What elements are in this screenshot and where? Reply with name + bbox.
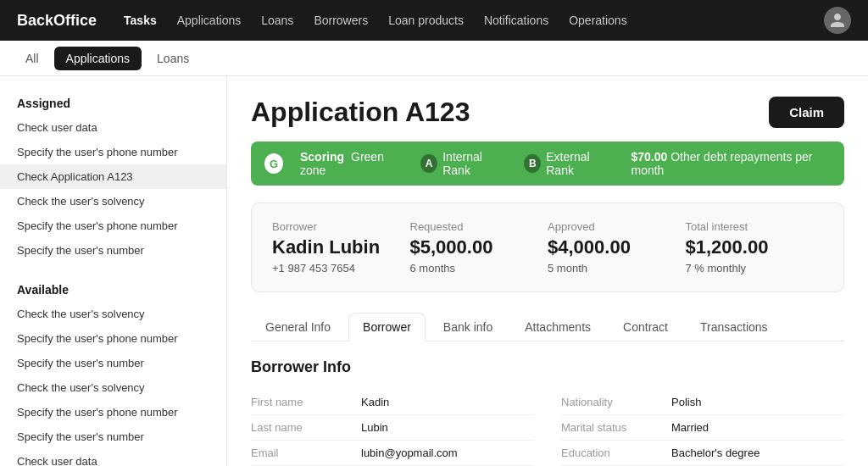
requested-card: Requested $5,000.00 6 months xyxy=(410,220,548,275)
nav-loans[interactable]: Loans xyxy=(261,10,293,31)
sidebar-avail-phone-1[interactable]: Specify the user's phone number xyxy=(0,326,226,351)
nav-applications[interactable]: Applications xyxy=(177,10,242,31)
borrower-right-col: Nationality Polish Marital status Marrie… xyxy=(561,390,844,466)
internal-rank-label: Internal Rank xyxy=(442,150,507,177)
borrower-card: Borrower Kadin Lubin +1 987 453 7654 xyxy=(272,220,410,275)
marital-status-label: Marital status xyxy=(561,421,671,434)
requested-label: Requested xyxy=(410,220,548,233)
nav-borrowers[interactable]: Borrowers xyxy=(314,10,368,31)
borrower-left-col: First name Kadin Last name Lubin Email l… xyxy=(251,390,534,466)
nationality-row: Nationality Polish xyxy=(561,390,844,415)
email-row: Email lubin@yopmail.com xyxy=(251,441,534,466)
tab-bank-info[interactable]: Bank info xyxy=(429,313,507,341)
education-label: Education xyxy=(561,447,671,459)
content-header: Application A123 Claim xyxy=(251,97,844,128)
sidebar-item-specify-phone-2[interactable]: Specify the user's phone number xyxy=(0,214,226,238)
content-tabs: General Info Borrower Bank info Attachme… xyxy=(251,313,844,341)
sidebar-item-specify-phone-1[interactable]: Specify the user's phone number xyxy=(0,140,226,164)
avatar[interactable] xyxy=(824,7,851,34)
sidebar-avail-phone-2[interactable]: Specify the user's phone number xyxy=(0,400,226,424)
subtab-all[interactable]: All xyxy=(14,47,51,70)
marital-status-value: Married xyxy=(671,421,844,434)
page-title: Application A123 xyxy=(251,97,470,128)
sidebar-item-check-app-a123[interactable]: Check Application A123 xyxy=(0,164,226,189)
nav-loan-products[interactable]: Loan products xyxy=(388,10,464,31)
sidebar-item-check-user-data[interactable]: Check user data xyxy=(0,115,226,140)
total-interest-sub: 7 % monthly xyxy=(686,262,824,275)
education-value: Bachelor's degree xyxy=(671,447,844,459)
borrower-card-label: Borrower xyxy=(272,220,410,233)
tab-attachments[interactable]: Attachments xyxy=(510,313,605,341)
sidebar-item-check-solvency-1[interactable]: Check the user's solvency xyxy=(0,189,226,214)
logo: BackOffice xyxy=(17,12,97,30)
borrower-name: Kadin Lubin xyxy=(272,236,410,258)
claim-button[interactable]: Claim xyxy=(769,97,844,128)
sidebar-avail-number-2[interactable]: Specify the user's number xyxy=(0,424,226,449)
nav-notifications[interactable]: Notifications xyxy=(484,10,548,31)
borrower-phone: +1 987 453 7654 xyxy=(272,262,410,275)
sub-tabs: All Applications Loans xyxy=(0,41,868,76)
subtab-loans[interactable]: Loans xyxy=(145,47,201,70)
sidebar-avail-number-1[interactable]: Specify the user's number xyxy=(0,351,226,375)
external-rank-group: B External Rank xyxy=(524,150,614,177)
sidebar: Assigned Check user data Specify the use… xyxy=(0,76,227,466)
info-cards: Borrower Kadin Lubin +1 987 453 7654 Req… xyxy=(251,202,844,292)
last-name-label: Last name xyxy=(251,421,361,434)
first-name-row: First name Kadin xyxy=(251,390,534,415)
marital-status-row: Marital status Married xyxy=(561,415,844,441)
sidebar-avail-solvency-1[interactable]: Check the user's solvency xyxy=(0,302,226,326)
approved-card: Approved $4,000.00 5 month xyxy=(548,220,686,275)
sidebar-avail-solvency-2[interactable]: Check the user's solvency xyxy=(0,375,226,400)
external-rank-badge: B xyxy=(524,154,541,173)
nav-tasks[interactable]: Tasks xyxy=(124,10,157,31)
first-name-label: First name xyxy=(251,396,361,408)
borrower-info-title: Borrower Info xyxy=(251,358,844,376)
tab-contract[interactable]: Contract xyxy=(609,313,682,341)
approved-label: Approved xyxy=(548,220,686,233)
total-interest-card: Total interest $1,200.00 7 % monthly xyxy=(686,220,824,275)
scoring-label: Scoring Green zone xyxy=(300,150,403,177)
approved-sub: 5 month xyxy=(548,262,686,275)
email-label: Email xyxy=(251,447,361,459)
sidebar-item-specify-number-1[interactable]: Specify the user's number xyxy=(0,238,226,263)
approved-value: $4,000.00 xyxy=(548,236,686,258)
education-row: Education Bachelor's degree xyxy=(561,441,844,466)
assigned-section-title: Assigned xyxy=(0,90,226,115)
sidebar-avail-check-user[interactable]: Check user data xyxy=(0,449,226,466)
last-name-value: Lubin xyxy=(361,421,534,434)
tab-borrower[interactable]: Borrower xyxy=(348,313,426,341)
top-nav: BackOffice Tasks Applications Loans Borr… xyxy=(0,0,868,41)
total-interest-label: Total interest xyxy=(686,220,824,233)
content-area: Application A123 Claim G Scoring Green z… xyxy=(227,76,868,466)
internal-rank-group: A Internal Rank xyxy=(420,150,507,177)
borrower-info-grid: First name Kadin Last name Lubin Email l… xyxy=(251,390,844,466)
nav-items: Tasks Applications Loans Borrowers Loan … xyxy=(124,10,824,31)
google-scoring-icon: G xyxy=(264,153,283,174)
debt-info: $70.00 Other debt repayments per month xyxy=(632,150,832,177)
scoring-bar: G Scoring Green zone A Internal Rank B E… xyxy=(251,141,844,186)
email-value: lubin@yopmail.com xyxy=(361,447,534,459)
nationality-label: Nationality xyxy=(561,396,671,408)
external-rank-label: External Rank xyxy=(546,150,614,177)
total-interest-value: $1,200.00 xyxy=(686,236,824,258)
nationality-value: Polish xyxy=(671,396,844,408)
first-name-value: Kadin xyxy=(361,396,534,408)
tab-transactions[interactable]: Transactions xyxy=(686,313,782,341)
nav-operations[interactable]: Operations xyxy=(569,10,626,31)
requested-sub: 6 months xyxy=(410,262,548,275)
internal-rank-badge: A xyxy=(420,154,437,173)
last-name-row: Last name Lubin xyxy=(251,415,534,441)
available-section-title: Available xyxy=(0,276,226,302)
subtab-applications[interactable]: Applications xyxy=(54,47,142,70)
requested-value: $5,000.00 xyxy=(410,236,548,258)
tab-general-info[interactable]: General Info xyxy=(251,313,345,341)
main-layout: Assigned Check user data Specify the use… xyxy=(0,76,868,466)
